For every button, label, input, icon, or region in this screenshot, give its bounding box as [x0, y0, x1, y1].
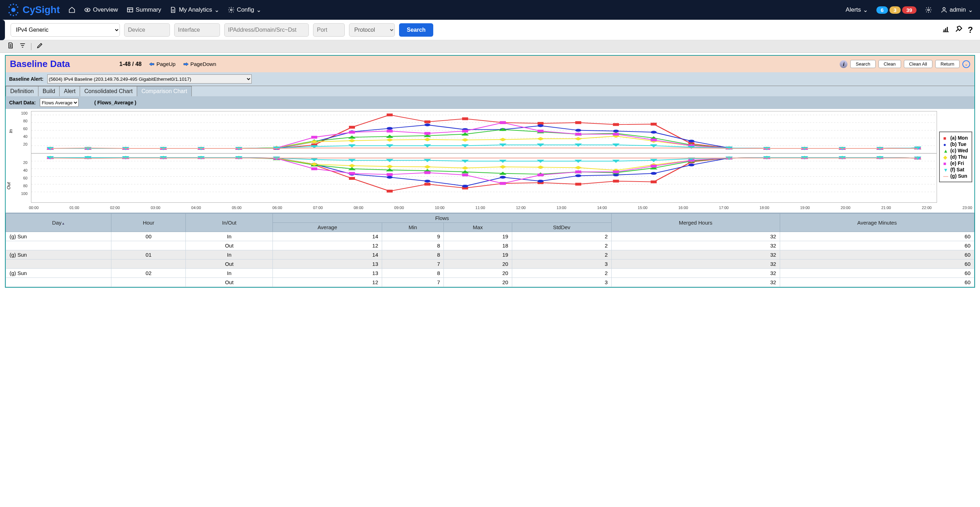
return-button[interactable]: Return [935, 60, 959, 68]
chart-caption: ( Flows_Average ) [94, 100, 136, 105]
svg-point-75 [387, 127, 393, 130]
legend-item[interactable]: ■(e) Fri [943, 160, 968, 166]
pin-icon[interactable] [955, 25, 963, 35]
ipaddress-input[interactable] [224, 23, 309, 37]
nav-overview[interactable]: Overview [84, 6, 118, 13]
svg-point-10 [13, 15, 14, 16]
col-day[interactable]: Day▲ [6, 214, 111, 232]
chart-plot-area[interactable] [31, 111, 937, 203]
legend-item[interactable]: —(g) Sun [943, 173, 968, 179]
chart-x-axis: 00:0001:0002:0003:0004:0005:0006:0007:00… [6, 205, 974, 213]
user-menu[interactable]: admin ⌄ [940, 6, 973, 14]
col-hour[interactable]: Hour [111, 214, 186, 232]
legend-item[interactable]: ■(a) Mon [943, 135, 968, 141]
baseline-alert-select[interactable]: (5604) IPv4 Baseline (203.149.76.249-495… [47, 74, 252, 84]
home-icon[interactable] [68, 6, 75, 13]
template-select[interactable]: IPv4 Generic [11, 23, 120, 37]
tab-consolidated-chart[interactable]: Consolidated Chart [80, 86, 137, 96]
alerts-dropdown[interactable]: Alerts ⌄ [846, 6, 868, 14]
svg-rect-99 [387, 130, 393, 132]
port-input[interactable] [313, 23, 345, 37]
svg-point-8 [16, 14, 17, 16]
table-row[interactable]: Out1272033260 [6, 278, 974, 287]
search-button[interactable]: Search [399, 23, 433, 37]
col-min[interactable]: Min [382, 223, 444, 232]
brand-logo[interactable]: CySight [7, 3, 60, 16]
filter-icon[interactable] [19, 42, 26, 51]
interface-input[interactable] [174, 23, 220, 37]
pager-text: 1-48 / 48 [119, 61, 142, 67]
pageup-link[interactable]: PageUp [149, 61, 175, 67]
svg-point-149 [462, 185, 468, 188]
chart-data-select[interactable]: Flows Average [40, 98, 79, 107]
info-icon[interactable]: i [840, 60, 848, 68]
table-row[interactable]: (g) Sun01In1481923260 [6, 250, 974, 260]
search-bar: IPv4 Generic Protocol Search ? [3, 20, 980, 40]
doc-icon [170, 6, 177, 13]
device-input[interactable] [124, 23, 170, 37]
left-edge-tab[interactable] [0, 20, 5, 40]
svg-rect-56 [575, 121, 581, 124]
help-icon[interactable]: ? [968, 25, 973, 35]
bars-icon[interactable] [942, 25, 950, 35]
table-row[interactable]: Out1372033260 [6, 260, 974, 269]
svg-rect-174 [500, 182, 506, 185]
col-inout[interactable]: In/Out [186, 214, 273, 232]
user-icon [940, 6, 948, 13]
svg-rect-101 [462, 130, 468, 132]
expand-toggle-icon[interactable]: ⌄ [963, 60, 970, 68]
legend-item[interactable]: ▼(f) Sat [943, 167, 968, 172]
tab-alert[interactable]: Alert [59, 86, 80, 96]
svg-rect-130 [651, 180, 657, 183]
svg-rect-102 [500, 121, 506, 124]
svg-rect-129 [613, 180, 619, 183]
axis-label-out: Out [6, 182, 11, 190]
col-avg-minutes[interactable]: Average Minutes [780, 214, 974, 232]
svg-point-2 [10, 4, 11, 6]
tab-comparison-chart[interactable]: Comparison Chart [137, 86, 192, 96]
settings-gear-icon[interactable] [925, 6, 932, 13]
document-icon[interactable] [7, 42, 14, 51]
cleanall-button[interactable]: Clean All [904, 60, 932, 68]
col-max[interactable]: Max [444, 223, 512, 232]
protocol-select[interactable]: Protocol [349, 23, 395, 37]
alert-badge-crit[interactable]: 39 [902, 6, 916, 14]
svg-point-19 [928, 9, 929, 11]
table-row[interactable]: (g) Sun00In1491923260 [6, 232, 974, 241]
legend-item[interactable]: ▲(c) Wed [943, 148, 968, 153]
legend-item[interactable]: ◆(d) Thu [943, 154, 968, 160]
svg-rect-170 [349, 172, 355, 175]
pagedown-link[interactable]: PageDown [183, 61, 216, 67]
tab-definition[interactable]: Definition [6, 86, 38, 96]
svg-point-9 [13, 3, 14, 5]
nav-myanalytics[interactable]: My Analytics ⌄ [170, 6, 219, 14]
table-row[interactable]: (g) Sun02In1382023260 [6, 269, 974, 278]
header-search-button[interactable]: Search [850, 60, 875, 68]
svg-point-20 [943, 7, 945, 10]
col-merged-hours[interactable]: Merged Hours [611, 214, 780, 232]
svg-point-83 [689, 140, 694, 142]
svg-rect-177 [613, 171, 619, 174]
svg-rect-52 [425, 121, 430, 123]
col-average[interactable]: Average [273, 223, 382, 232]
svg-rect-51 [387, 113, 393, 116]
chevron-down-icon: ⌄ [256, 6, 261, 14]
alert-badge-warn[interactable]: 3 [889, 6, 901, 14]
edit-pencil-icon[interactable] [36, 42, 43, 51]
nav-summary[interactable]: Summary [127, 6, 161, 13]
legend-item[interactable]: ●(b) Tue [943, 141, 968, 147]
alert-badge-info[interactable]: 6 [877, 6, 888, 14]
table-row[interactable]: Out1281823260 [6, 241, 974, 250]
col-stddev[interactable]: StdDev [512, 223, 611, 232]
svg-point-7 [17, 12, 18, 13]
svg-rect-50 [349, 126, 355, 129]
svg-rect-22 [945, 28, 947, 31]
svg-rect-171 [387, 173, 393, 176]
svg-rect-128 [575, 183, 581, 185]
tab-build[interactable]: Build [38, 86, 60, 96]
svg-point-1 [8, 6, 10, 8]
chart-data-row: Chart Data: Flows Average ( Flows_Averag… [6, 96, 974, 109]
nav-config[interactable]: Config ⌄ [228, 6, 261, 14]
clean-button[interactable]: Clean [878, 60, 901, 68]
svg-rect-57 [613, 123, 619, 126]
